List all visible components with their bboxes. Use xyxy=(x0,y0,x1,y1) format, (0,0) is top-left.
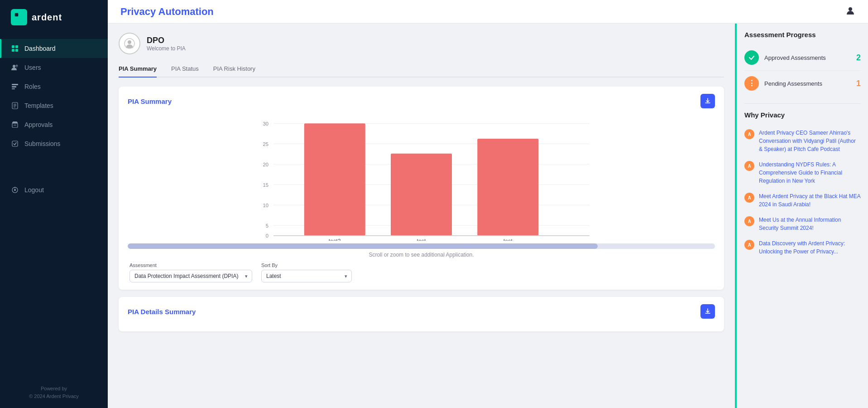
bar-chart: 30 25 20 15 10 5 0 test2 test xyxy=(137,118,706,241)
assessment-select[interactable]: Data Protection Impact Assessment (DPIA) xyxy=(129,270,252,282)
svg-text:0: 0 xyxy=(266,233,269,238)
assessment-select-wrapper: Data Protection Impact Assessment (DPIA) xyxy=(129,270,252,282)
svg-rect-19 xyxy=(12,141,18,146)
news-item-1[interactable]: A Ardent Privacy CEO Sameer Ahirrao's Co… xyxy=(744,125,861,157)
pia-details-card-header: PIA Details Summary xyxy=(128,304,715,319)
svg-rect-7 xyxy=(15,49,18,52)
svg-text:test: test xyxy=(417,238,426,241)
assessment-progress-title: Assessment Progress xyxy=(744,31,861,39)
svg-text:test: test xyxy=(504,238,513,241)
main-panel: DPO Welcome to PIA PIA Summary PIA Statu… xyxy=(108,24,735,408)
svg-rect-4 xyxy=(12,45,14,48)
news-link-3[interactable]: Meet Ardent Privacy at the Black Hat MEA… xyxy=(759,192,861,209)
tab-pia-status[interactable]: PIA Status xyxy=(171,62,199,77)
chart-controls: Assessment Data Protection Impact Assess… xyxy=(128,262,715,282)
sidebar-item-approvals-label: Approvals xyxy=(24,121,53,128)
divider xyxy=(744,103,861,104)
powered-by-text: Powered by xyxy=(11,385,97,393)
submissions-icon xyxy=(11,140,19,148)
news-link-5[interactable]: Data Discovery with Ardent Privacy: Unlo… xyxy=(759,239,861,256)
sidebar-item-logout[interactable]: Logout xyxy=(0,180,108,199)
main-wrapper: Privacy Automation DPO xyxy=(108,0,868,408)
profile-name: DPO xyxy=(147,36,186,45)
svg-rect-5 xyxy=(15,45,18,48)
news-dot-2: A xyxy=(744,161,754,171)
svg-rect-11 xyxy=(12,86,16,87)
svg-rect-12 xyxy=(12,88,15,89)
sidebar-item-templates[interactable]: Templates xyxy=(0,96,108,115)
copyright-text: © 2024 Ardent Privacy xyxy=(11,393,97,401)
logo: ardent xyxy=(0,0,108,34)
news-item-3[interactable]: A Meet Ardent Privacy at the Black Hat M… xyxy=(744,189,861,212)
approved-badge xyxy=(744,50,759,65)
pia-details-download-button[interactable] xyxy=(700,304,715,319)
svg-text:25: 25 xyxy=(263,141,269,147)
news-item-2[interactable]: A Understanding NYDFS Rules: A Comprehen… xyxy=(744,157,861,189)
svg-text:30: 30 xyxy=(263,121,269,126)
sort-control: Sort By Latest Oldest Alphabetical xyxy=(261,262,352,282)
sidebar-item-templates-label: Templates xyxy=(24,102,53,109)
svg-rect-0 xyxy=(14,13,19,17)
tab-pia-summary[interactable]: PIA Summary xyxy=(119,62,157,77)
scroll-hint: Scroll or zoom to see additional Applica… xyxy=(128,252,715,258)
assessment-label: Assessment xyxy=(129,262,252,268)
dashboard-icon xyxy=(11,44,19,53)
sort-select[interactable]: Latest Oldest Alphabetical xyxy=(261,270,352,282)
tabs: PIA Summary PIA Status PIA Risk History xyxy=(119,62,724,78)
sort-select-wrapper: Latest Oldest Alphabetical xyxy=(261,270,352,282)
why-privacy-section: Why Privacy A Ardent Privacy CEO Sameer … xyxy=(744,111,861,259)
svg-text:20: 20 xyxy=(263,162,269,167)
chart-scrollbar-thumb xyxy=(128,243,598,249)
approvals-icon xyxy=(11,121,19,129)
pia-details-title: PIA Details Summary xyxy=(128,308,196,316)
approved-count: 2 xyxy=(856,53,861,63)
chart-scrollbar[interactable] xyxy=(128,243,715,249)
assessment-control: Assessment Data Protection Impact Assess… xyxy=(129,262,252,282)
download-button[interactable] xyxy=(700,94,715,108)
sidebar-item-users[interactable]: Users xyxy=(0,58,108,77)
content-area: DPO Welcome to PIA PIA Summary PIA Statu… xyxy=(108,24,868,408)
sidebar-footer: Powered by © 2024 Ardent Privacy xyxy=(0,378,108,408)
sidebar-item-dashboard-label: Dashboard xyxy=(24,45,56,52)
svg-point-21 xyxy=(14,189,16,191)
news-link-1[interactable]: Ardent Privacy CEO Sameer Ahirrao's Conv… xyxy=(759,129,861,153)
svg-point-9 xyxy=(16,65,18,67)
templates-icon xyxy=(11,102,19,110)
pending-assessment-item[interactable]: ⋮ Pending Assessments 1 xyxy=(744,71,861,96)
news-dot-4: A xyxy=(744,216,754,226)
svg-rect-1 xyxy=(19,13,24,17)
svg-point-23 xyxy=(849,7,852,11)
sidebar-item-approvals[interactable]: Approvals xyxy=(0,115,108,134)
sidebar-item-logout-label: Logout xyxy=(24,186,44,194)
svg-text:15: 15 xyxy=(263,182,269,188)
profile-header: DPO Welcome to PIA xyxy=(119,33,724,54)
card-header: PIA Summary xyxy=(128,94,715,108)
sidebar: ardent Dashboard xyxy=(0,0,108,408)
news-dot-1: A xyxy=(744,129,754,139)
sidebar-item-submissions[interactable]: Submissions xyxy=(0,134,108,153)
avatar xyxy=(119,33,140,54)
user-icon[interactable] xyxy=(845,5,855,18)
topbar: Privacy Automation xyxy=(108,0,868,24)
tab-pia-risk-history[interactable]: PIA Risk History xyxy=(213,62,255,77)
bar-test2 xyxy=(304,123,365,236)
sort-label: Sort By xyxy=(261,262,352,268)
svg-rect-3 xyxy=(19,18,24,22)
sidebar-item-roles[interactable]: Roles xyxy=(0,77,108,96)
profile-info: DPO Welcome to PIA xyxy=(147,36,186,52)
sidebar-item-dashboard[interactable]: Dashboard xyxy=(0,39,108,58)
assessment-progress-section: Assessment Progress Approved Assessments… xyxy=(744,31,861,96)
pending-count: 1 xyxy=(856,79,861,88)
news-link-4[interactable]: Meet Us at the Annual Information Securi… xyxy=(759,216,861,232)
news-link-2[interactable]: Understanding NYDFS Rules: A Comprehensi… xyxy=(759,160,861,185)
svg-rect-6 xyxy=(12,49,14,52)
bar-test-1 xyxy=(391,154,452,236)
news-item-4[interactable]: A Meet Us at the Annual Information Secu… xyxy=(744,212,861,236)
pending-label: Pending Assessments xyxy=(764,80,851,87)
logo-text: ardent xyxy=(32,12,62,23)
sidebar-item-users-label: Users xyxy=(24,64,41,71)
approved-assessment-item[interactable]: Approved Assessments 2 xyxy=(744,45,861,71)
news-item-5[interactable]: A Data Discovery with Ardent Privacy: Un… xyxy=(744,236,861,259)
svg-point-24 xyxy=(128,40,131,44)
pia-details-card: PIA Details Summary xyxy=(119,297,724,331)
